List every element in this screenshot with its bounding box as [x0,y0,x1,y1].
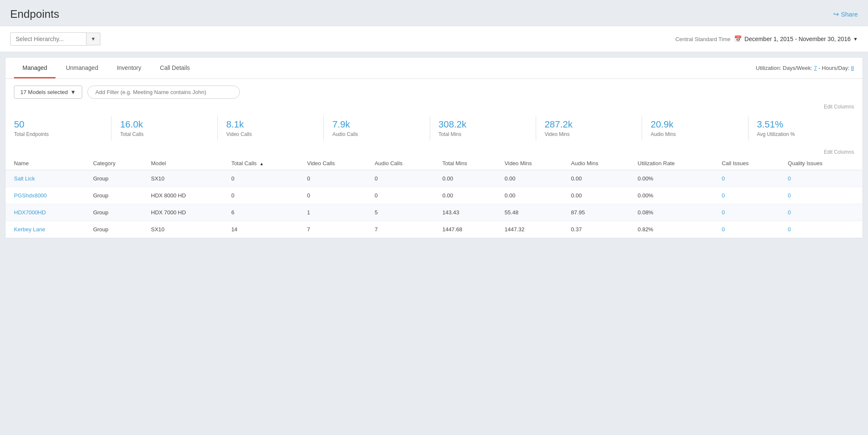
cell-video-mins: 55.48 [500,204,566,221]
cell-total-calls: 14 [226,221,302,238]
col-total-calls[interactable]: Total Calls ▲ [226,157,302,170]
quality-issues-link[interactable]: 0 [788,175,791,182]
cell-model: SX10 [146,221,226,238]
table-body: Salt LickGroupSX100000.000.000.000.00%00… [6,170,862,238]
date-range-area: Central Standard Time 📅 December 1, 2015… [675,35,858,43]
tab-call-details[interactable]: Call Details [151,58,198,78]
tabs-list: Managed Unmanaged Inventory Call Details [14,58,200,78]
cell-model: HDX 8000 HD [146,187,226,204]
cell-total-calls: 0 [226,187,302,204]
quality-issues-link[interactable]: 0 [788,192,791,199]
models-btn-label: 17 Models selected [20,89,68,95]
stat-video-calls-label: Video Calls [226,131,315,137]
col-video-mins[interactable]: Video Mins [500,157,566,170]
cell-audio-mins: 0.00 [566,170,632,187]
hierarchy-input[interactable] [10,32,86,46]
cell-model: HDX 7000 HD [146,204,226,221]
stat-video-calls-value: 8.1k [226,119,315,130]
edit-columns-link-top[interactable]: Edit Columns [824,104,854,110]
table-row: HDX7000HDGroupHDX 7000 HD615143.4355.488… [6,204,862,221]
cell-quality-issues: 0 [783,187,862,204]
cell-call-issues: 0 [717,221,783,238]
cell-total-calls: 0 [226,170,302,187]
page-title: Endpoints [10,8,59,21]
row-name-link[interactable]: Kerbey Lane [14,226,45,233]
edit-columns-bottom-row: Edit Columns [6,149,862,157]
share-button[interactable]: ↪ Share [833,10,858,18]
col-total-mins[interactable]: Total Mins [437,157,500,170]
edit-columns-link-bottom[interactable]: Edit Columns [824,149,854,155]
stat-audio-mins: 20.9k Audio Mins [642,116,748,141]
cell-audio-mins: 0.37 [566,221,632,238]
stat-video-mins-label: Video Mins [545,131,633,137]
cell-audio-mins: 87.95 [566,204,632,221]
cell-audio-calls: 5 [370,204,437,221]
stat-total-endpoints-value: 50 [14,119,103,130]
col-category[interactable]: Category [88,157,146,170]
call-issues-link[interactable]: 0 [722,175,725,182]
util-days-value[interactable]: 7 [814,65,817,71]
cell-total-mins: 143.43 [437,204,500,221]
cell-video-calls: 7 [302,221,370,238]
cell-video-mins: 0.00 [500,170,566,187]
util-days-label: Utilization: Days/Week: [756,65,812,71]
cell-audio-calls: 0 [370,170,437,187]
hierarchy-select: ▼ [10,32,100,46]
col-quality-issues[interactable]: Quality Issues [783,157,862,170]
call-issues-link[interactable]: 0 [722,209,725,216]
row-name-link[interactable]: HDX7000HD [14,209,46,216]
stat-total-calls-label: Total Calls [120,131,209,137]
col-audio-mins[interactable]: Audio Mins [566,157,632,170]
table-row: Kerbey LaneGroupSX1014771447.681447.320.… [6,221,862,238]
cell-total-calls: 6 [226,204,302,221]
hierarchy-dropdown-button[interactable]: ▼ [86,33,100,45]
cell-name: PGShdx8000 [6,187,88,204]
cell-video-mins: 1447.32 [500,221,566,238]
col-name[interactable]: Name [6,157,88,170]
data-table: Name Category Model Total Calls ▲ Video … [6,157,862,238]
main-card: Managed Unmanaged Inventory Call Details… [5,57,863,238]
col-video-calls[interactable]: Video Calls [302,157,370,170]
cell-audio-mins: 0.00 [566,187,632,204]
controls-row: 17 Models selected ▼ [6,79,862,104]
stat-total-endpoints: 50 Total Endpoints [14,116,111,141]
stat-total-mins: 308.2k Total Mins [430,116,536,141]
cell-name: Salt Lick [6,170,88,187]
cell-name: Kerbey Lane [6,221,88,238]
call-issues-link[interactable]: 0 [722,192,725,199]
stat-audio-calls-value: 7.9k [332,119,421,130]
row-name-link[interactable]: PGShdx8000 [14,192,47,199]
col-call-issues[interactable]: Call Issues [717,157,783,170]
cell-category: Group [88,221,146,238]
tabs-row: Managed Unmanaged Inventory Call Details… [6,58,862,79]
tab-managed[interactable]: Managed [14,58,56,78]
table-header: Name Category Model Total Calls ▲ Video … [6,157,862,170]
stat-video-mins: 287.2k Video Mins [536,116,642,141]
cell-category: Group [88,187,146,204]
filter-input[interactable] [87,86,240,99]
util-hours-value[interactable]: 8 [851,65,854,71]
date-range-text: December 1, 2015 - November 30, 2016 [745,36,851,42]
date-range-button[interactable]: 📅 December 1, 2015 - November 30, 2016 ▼ [734,35,858,43]
share-label: Share [841,11,858,18]
call-issues-link[interactable]: 0 [722,226,725,233]
col-audio-calls[interactable]: Audio Calls [370,157,437,170]
cell-name: HDX7000HD [6,204,88,221]
models-select-button[interactable]: 17 Models selected ▼ [14,86,82,99]
stats-row: 50 Total Endpoints 16.0k Total Calls 8.1… [6,111,862,149]
col-utilization-rate[interactable]: Utilization Rate [633,157,717,170]
edit-columns-top: Edit Columns [6,104,862,111]
tab-inventory[interactable]: Inventory [108,58,150,78]
quality-issues-link[interactable]: 0 [788,226,791,233]
stat-audio-mins-label: Audio Mins [651,131,739,137]
quality-issues-link[interactable]: 0 [788,209,791,216]
tab-unmanaged[interactable]: Unmanaged [57,58,106,78]
col-model[interactable]: Model [146,157,226,170]
row-name-link[interactable]: Salt Lick [14,175,35,182]
models-caret-icon: ▼ [70,89,76,95]
cell-utilization-rate: 0.00% [633,170,717,187]
page-header: Endpoints ↪ Share [0,0,868,26]
table-row: PGShdx8000GroupHDX 8000 HD0000.000.000.0… [6,187,862,204]
cell-utilization-rate: 0.00% [633,187,717,204]
stat-avg-utilization-value: 3.51% [757,119,846,130]
